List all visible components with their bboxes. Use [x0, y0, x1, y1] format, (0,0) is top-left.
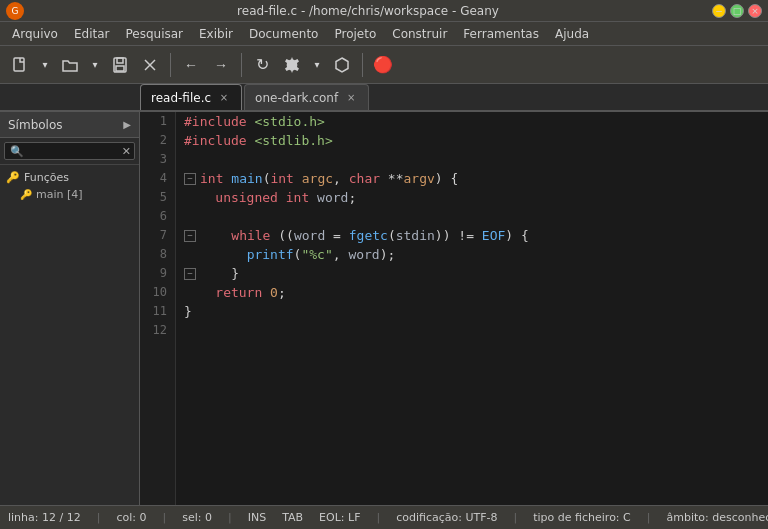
- code-token: word: [348, 245, 379, 264]
- code-token: int: [270, 169, 293, 188]
- code-token: =: [325, 226, 348, 245]
- code-token: ) {: [505, 226, 528, 245]
- tab-1[interactable]: one-dark.conf×: [244, 84, 369, 110]
- line-num-12: 12: [148, 321, 167, 340]
- line-num-4: 4: [148, 169, 167, 188]
- tab-0[interactable]: read-file.c×: [140, 84, 242, 110]
- code-token: argv: [404, 169, 435, 188]
- open-dropdown[interactable]: ▾: [86, 51, 104, 79]
- svg-rect-3: [116, 66, 124, 71]
- sidebar: Símbolos ▶ 🔍 ✕ 🔑 Funções 🔑 main [4]: [0, 112, 140, 505]
- close-tab-button[interactable]: [136, 51, 164, 79]
- reload-button[interactable]: ↻: [248, 51, 276, 79]
- close-button[interactable]: ×: [748, 4, 762, 18]
- menu-item-construir[interactable]: Construir: [384, 25, 455, 43]
- menu-item-projeto[interactable]: Projeto: [326, 25, 384, 43]
- menu-item-documento[interactable]: Documento: [241, 25, 327, 43]
- line-num-8: 8: [148, 245, 167, 264]
- menu-item-exibir[interactable]: Exibir: [191, 25, 241, 43]
- code-line-10: return 0;: [184, 283, 760, 302]
- toolbar-separator-3: [362, 53, 363, 77]
- fold-marker-4[interactable]: −: [184, 173, 196, 185]
- code-token: [223, 169, 231, 188]
- line-num-10: 10: [148, 283, 167, 302]
- code-token: [184, 283, 215, 302]
- minimize-button[interactable]: −: [712, 4, 726, 18]
- code-token: ,: [333, 245, 349, 264]
- line-num-6: 6: [148, 207, 167, 226]
- key-icon: 🔑: [6, 171, 20, 184]
- functions-group-label[interactable]: 🔑 Funções: [4, 169, 135, 186]
- svg-rect-2: [117, 58, 123, 63]
- toolbar-separator-1: [170, 53, 171, 77]
- menu-item-pesquisar[interactable]: Pesquisar: [117, 25, 191, 43]
- code-token: word: [317, 188, 348, 207]
- code-line-11: }: [184, 302, 760, 321]
- code-token: [184, 245, 247, 264]
- code-token: [200, 226, 231, 245]
- status-sel: sel: 0: [182, 511, 212, 524]
- code-token: #include: [184, 112, 247, 131]
- status-encoding: codificação: UTF-8: [396, 511, 497, 524]
- preferences-button[interactable]: [278, 51, 306, 79]
- sidebar-toggle[interactable]: ▶: [123, 119, 131, 130]
- code-token: unsigned: [215, 188, 278, 207]
- tab-close-0[interactable]: ×: [217, 91, 231, 105]
- forward-button[interactable]: →: [207, 51, 235, 79]
- functions-group-title: Funções: [24, 171, 69, 184]
- code-token: }: [184, 302, 192, 321]
- code-token: (: [388, 226, 396, 245]
- status-ins: INS: [248, 511, 266, 524]
- code-line-2: #include <stdlib.h>: [184, 131, 760, 150]
- code-line-3: [184, 150, 760, 169]
- tab-label-0: read-file.c: [151, 91, 211, 105]
- app-icon: G: [6, 2, 24, 20]
- functions-group: 🔑 Funções 🔑 main [4]: [4, 169, 135, 203]
- code-line-1: #include <stdio.h>: [184, 112, 760, 131]
- code-token: return: [215, 283, 262, 302]
- new-file-button[interactable]: [6, 51, 34, 79]
- plugin-manager-button[interactable]: [328, 51, 356, 79]
- code-line-9: − }: [184, 264, 760, 283]
- fold-marker-7[interactable]: −: [184, 230, 196, 242]
- new-dropdown[interactable]: ▾: [36, 51, 54, 79]
- save-file-button[interactable]: [106, 51, 134, 79]
- maximize-button[interactable]: □: [730, 4, 744, 18]
- back-button[interactable]: ←: [177, 51, 205, 79]
- tab-label-1: one-dark.conf: [255, 91, 338, 105]
- code-token: ;: [348, 188, 356, 207]
- code-area[interactable]: #include <stdio.h>#include <stdlib.h>−in…: [176, 112, 768, 505]
- color-chooser-button[interactable]: 🔴: [369, 51, 397, 79]
- code-token: [247, 112, 255, 131]
- menu-item-ajuda[interactable]: Ajuda: [547, 25, 597, 43]
- status-eol: EOL: LF: [319, 511, 360, 524]
- editor-inner: 123456789101112 #include <stdio.h>#inclu…: [140, 112, 768, 505]
- code-line-4: −int main(int argc, char **argv) {: [184, 169, 760, 188]
- code-token: EOF: [482, 226, 505, 245]
- menu-item-editar[interactable]: Editar: [66, 25, 118, 43]
- code-line-6: [184, 207, 760, 226]
- tab-close-1[interactable]: ×: [344, 91, 358, 105]
- code-editor[interactable]: 123456789101112 #include <stdio.h>#inclu…: [140, 112, 768, 505]
- code-line-12: [184, 321, 760, 340]
- search-clear-button[interactable]: ✕: [122, 145, 131, 158]
- fold-marker-9[interactable]: −: [184, 268, 196, 280]
- code-token: argc: [302, 169, 333, 188]
- status-col: col: 0: [116, 511, 146, 524]
- code-token: ) {: [435, 169, 458, 188]
- code-token: [309, 188, 317, 207]
- toolbar-separator-2: [241, 53, 242, 77]
- menu-item-ferramentas[interactable]: Ferramentas: [455, 25, 547, 43]
- code-token: <stdio.h>: [254, 112, 324, 131]
- settings-dropdown[interactable]: ▾: [308, 51, 326, 79]
- status-filetype: tipo de ficheiro: C: [533, 511, 631, 524]
- code-token: 0: [270, 283, 278, 302]
- menu-item-arquivo[interactable]: Arquivo: [4, 25, 66, 43]
- code-token: [262, 283, 270, 302]
- open-file-button[interactable]: [56, 51, 84, 79]
- toolbar: ▾ ▾ ← → ↻ ▾ 🔴: [0, 46, 768, 84]
- symbol-main[interactable]: 🔑 main [4]: [4, 186, 135, 203]
- code-token: int: [200, 169, 223, 188]
- search-icon: 🔍: [10, 145, 24, 158]
- line-num-7: 7: [148, 226, 167, 245]
